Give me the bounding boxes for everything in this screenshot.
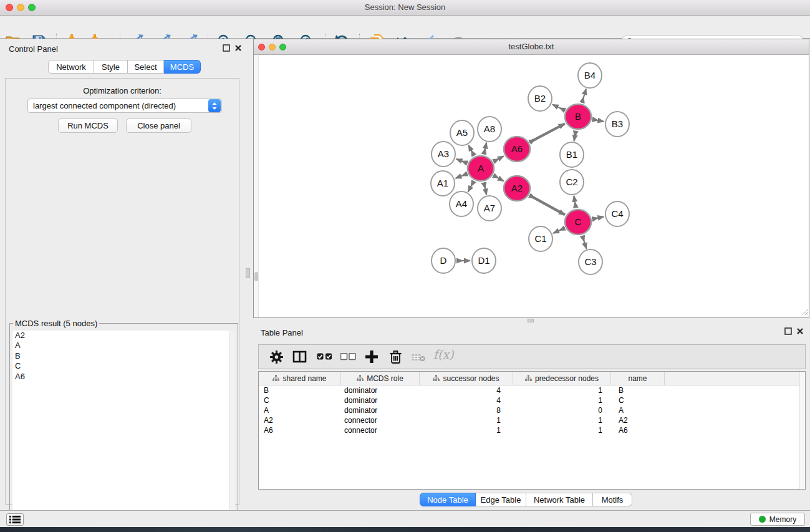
node-C2[interactable]: C2	[560, 170, 584, 195]
result-item[interactable]: A	[12, 341, 235, 351]
float-panel-icon[interactable]	[223, 44, 231, 52]
edge-B-B4[interactable]	[582, 89, 586, 103]
task-history-button[interactable]	[6, 513, 24, 526]
node-A5[interactable]: A5	[450, 120, 474, 145]
result-item[interactable]: A2	[12, 331, 235, 341]
node-B4[interactable]: B4	[578, 63, 602, 88]
edge-A-A4[interactable]	[468, 181, 475, 191]
edge-B-B1[interactable]	[574, 131, 576, 142]
table-cell: connector	[341, 415, 420, 425]
tab-motifs[interactable]: Motifs	[593, 493, 632, 506]
result-scrollbar[interactable]	[229, 331, 235, 532]
table-row[interactable]: A6connector11A6	[259, 425, 805, 435]
node-A3[interactable]: A3	[432, 142, 455, 167]
column-header-name[interactable]: name	[611, 372, 665, 385]
table-scrollbar[interactable]	[799, 372, 805, 489]
table-cell: A6	[611, 425, 665, 435]
divider-handle[interactable]	[246, 268, 250, 278]
edge-C-C4[interactable]	[592, 216, 604, 219]
tab-mcds[interactable]: MCDS	[164, 60, 201, 74]
node-A1[interactable]: A1	[431, 171, 455, 196]
add-column-icon[interactable]	[365, 350, 378, 365]
column-label: shared name	[282, 374, 326, 383]
table-row[interactable]: Adominator80A	[259, 405, 805, 415]
column-header-MCDS-role[interactable]: MCDS role	[341, 372, 420, 385]
tab-network[interactable]: Network	[48, 60, 94, 74]
table-toolbar: f(x)	[258, 344, 806, 369]
node-B3[interactable]: B3	[605, 112, 629, 137]
float-panel-icon[interactable]	[784, 327, 793, 336]
maximize-window-button[interactable]	[28, 4, 36, 11]
criterion-dropdown[interactable]: largest connected component (directed)	[27, 99, 222, 113]
edge-A-A7[interactable]	[484, 182, 486, 195]
table-row[interactable]: Cdominator41C	[259, 395, 805, 405]
node-B1[interactable]: B1	[560, 142, 584, 167]
table-row[interactable]: Bdominator41B	[259, 385, 805, 395]
node-A8[interactable]: A8	[478, 117, 501, 142]
edge-C-C1[interactable]	[553, 228, 565, 233]
mcds-result-list[interactable]: A2ABCA6	[12, 331, 235, 532]
edge-A-A8[interactable]	[484, 142, 486, 154]
scrollbar-thumb[interactable]	[254, 272, 258, 281]
edge-C-C2[interactable]	[574, 196, 576, 208]
close-panel-icon[interactable]	[234, 44, 243, 52]
memory-button[interactable]: Memory	[750, 513, 805, 526]
horizontal-split-divider[interactable]	[253, 318, 810, 324]
tab-edge-table[interactable]: Edge Table	[476, 493, 526, 506]
tab-select[interactable]: Select	[128, 60, 164, 74]
select-all-checkboxes-icon[interactable]	[317, 353, 332, 362]
run-mcds-button[interactable]: Run MCDS	[58, 118, 118, 133]
node-C4[interactable]: C4	[605, 201, 629, 226]
node-C1[interactable]: C1	[529, 226, 552, 251]
close-panel-button[interactable]: Close panel	[126, 118, 191, 133]
node-B[interactable]: B	[565, 104, 591, 129]
node-A4[interactable]: A4	[450, 191, 473, 216]
column-label: name	[628, 374, 647, 383]
edge-A-A6[interactable]	[493, 156, 504, 162]
result-item[interactable]: C	[12, 361, 235, 371]
network-graph[interactable]: B4B2BB3A5A8A6B1A3AC2A1A2A4A7C4CC1C3DD1	[254, 55, 809, 317]
edge-A-A5[interactable]	[468, 145, 474, 155]
close-window-button[interactable]	[6, 4, 13, 11]
node-B2[interactable]: B2	[528, 86, 552, 111]
column-header-shared-name[interactable]: shared name	[259, 372, 341, 385]
node-D[interactable]: D	[432, 248, 455, 273]
close-window-button[interactable]	[258, 44, 265, 51]
node-C3[interactable]: C3	[579, 249, 602, 274]
divider-handle[interactable]	[528, 319, 534, 322]
maximize-window-button[interactable]	[279, 44, 286, 51]
edge-A-A2[interactable]	[493, 175, 504, 181]
edge-A6-B[interactable]	[529, 123, 564, 142]
node-A[interactable]: A	[468, 156, 494, 181]
result-item[interactable]: A6	[12, 372, 235, 382]
resize-grip-icon[interactable]	[801, 307, 808, 317]
node-A7[interactable]: A7	[478, 196, 501, 221]
network-vertical-scrollbar[interactable]	[254, 55, 259, 317]
minimize-window-button[interactable]	[17, 4, 24, 11]
delete-column-icon[interactable]	[389, 350, 402, 366]
mcds-result-group: MCDS result (5 nodes) A2ABCA6	[9, 323, 238, 532]
column-header-predecessor-nodes[interactable]: predecessor nodes	[513, 372, 611, 385]
node-A6[interactable]: A6	[504, 137, 530, 162]
node-A2[interactable]: A2	[504, 176, 530, 201]
tab-style[interactable]: Style	[94, 60, 128, 74]
table-row[interactable]: A2connector11A2	[259, 415, 805, 425]
node-D1[interactable]: D1	[472, 248, 496, 273]
minimize-window-button[interactable]	[269, 44, 276, 51]
columns-icon[interactable]	[292, 351, 307, 365]
close-panel-icon[interactable]	[796, 327, 804, 336]
edge-A-A1[interactable]	[455, 173, 467, 178]
edge-B-B2[interactable]	[552, 104, 565, 110]
edge-C-C3[interactable]	[582, 236, 587, 249]
edge-A-A3[interactable]	[456, 159, 468, 163]
tab-node-table[interactable]: Node Table	[420, 493, 476, 506]
edge-B-B3[interactable]	[592, 119, 604, 122]
node-C[interactable]: C	[565, 210, 591, 235]
column-header-successor-nodes[interactable]: successor nodes	[420, 372, 513, 385]
edge-A2-C[interactable]	[529, 195, 565, 215]
result-item[interactable]: B	[12, 351, 235, 361]
tab-network-table[interactable]: Network Table	[526, 493, 593, 506]
network-canvas[interactable]: B4B2BB3A5A8A6B1A3AC2A1A2A4A7C4CC1C3DD1	[254, 55, 809, 317]
gear-icon[interactable]	[269, 350, 284, 366]
deselect-all-checkboxes-icon[interactable]	[340, 353, 356, 362]
